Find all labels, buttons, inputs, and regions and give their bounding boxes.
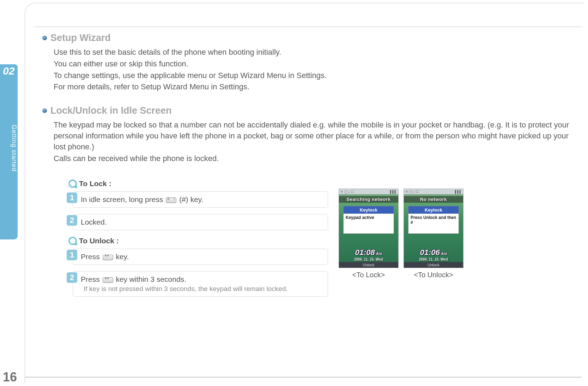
lock-unlock-body: The keypad may be locked so that a numbe… [54, 120, 577, 164]
step-text-post: key. [114, 253, 129, 261]
setup-wizard-line: For more details, refer to Setup Wizard … [54, 82, 577, 93]
phone-status-bar: ✕ ◯ ♪ ☐▌▌▌ [339, 189, 398, 195]
step-number: 1 [67, 192, 77, 203]
step-box: 1 Press key. [73, 249, 328, 265]
step-number: 2 [67, 215, 77, 226]
time-value: 01:06 [420, 248, 440, 257]
ring-icon [68, 179, 77, 188]
screen-caption: <To Unlock> [414, 271, 453, 279]
keylock-popup: Keylock Keypad active [343, 206, 394, 234]
bullet-icon [42, 108, 47, 113]
step-number: 1 [67, 250, 77, 260]
phone-time: 01:08Am [339, 248, 398, 257]
setup-wizard-body: Use this to set the basic details of the… [54, 47, 577, 93]
step-text: Locked. [81, 218, 107, 226]
to-unlock-heading: To Unlock : [68, 237, 328, 245]
step-text-post: key within 3 seconds. [114, 275, 186, 283]
lock-unlock-paragraph: Calls can be received while the phone is… [54, 153, 577, 164]
step-note: If key is not pressed within 3 seconds, … [84, 285, 323, 293]
page-number: 16 [3, 370, 17, 385]
setup-wizard-line: Use this to set the basic details of the… [54, 47, 577, 58]
phone-screenshot-unlock: ✕ ◯ ♪ ☐▌▌▌ No network Keylock Press Unlo… [404, 189, 463, 268]
screen-wrap-lock: ✕ ◯ ♪ ☐▌▌▌ Searching network Keylock Key… [339, 189, 399, 279]
ring-icon [68, 237, 77, 245]
section-title-text: Setup Wizard [50, 32, 111, 43]
to-lock-heading: To Lock : [68, 179, 328, 188]
dotted-divider [35, 26, 581, 27]
popup-body: Press Unlock and then # [408, 214, 459, 233]
section-title-lock-unlock: Lock/Unlock in Idle Screen [42, 105, 577, 116]
step-text-post: (#) key. [177, 195, 203, 203]
phone-softkey: Unlock [339, 262, 398, 268]
phone-banner: No network [404, 196, 463, 203]
step-box: 2 Locked. [73, 214, 328, 230]
lock-unlock-paragraph: The keypad may be locked so that a numbe… [54, 120, 577, 152]
sidebar-label: Getting started [0, 77, 18, 239]
sub-heading-text: To Unlock : [79, 237, 119, 245]
softkey-icon [103, 277, 113, 283]
chapter-number-tab: 02 [0, 64, 18, 78]
hash-key-icon [166, 197, 176, 203]
popup-title: Keylock [344, 206, 394, 214]
step-box: 2 Press key within 3 seconds. If key is … [73, 271, 328, 297]
keylock-popup: Keylock Press Unlock and then # [408, 206, 459, 234]
sub-heading-text: To Lock : [79, 179, 111, 188]
phone-softkey: Unlock [404, 262, 463, 268]
phone-date: 2006. 11. 15. Wed [339, 257, 398, 261]
time-ampm: Am [441, 251, 447, 256]
step-box: 1 In idle screen, long press (#) key. [73, 191, 328, 208]
setup-wizard-line: To change settings, use the applicable m… [54, 70, 577, 81]
step-text-pre: Press [81, 253, 102, 261]
section-title-setup-wizard: Setup Wizard [42, 32, 577, 43]
phone-banner: Searching network [339, 196, 398, 203]
popup-body: Keypad active [344, 214, 394, 233]
phone-time: 01:06Am [404, 248, 463, 257]
instructions-row: To Lock : 1 In idle screen, long press (… [67, 177, 577, 303]
phone-date: 2006. 11. 15. Wed [404, 257, 463, 261]
time-value: 01:08 [355, 248, 375, 257]
section-title-text: Lock/Unlock in Idle Screen [50, 105, 172, 116]
bullet-icon [42, 36, 47, 40]
bottom-rule [25, 377, 582, 378]
phone-screenshot-lock: ✕ ◯ ♪ ☐▌▌▌ Searching network Keylock Key… [339, 189, 399, 268]
step-number: 2 [67, 272, 77, 283]
screen-wrap-unlock: ✕ ◯ ♪ ☐▌▌▌ No network Keylock Press Unlo… [404, 189, 463, 279]
steps-column: To Lock : 1 In idle screen, long press (… [67, 177, 328, 303]
screens-column: ✕ ◯ ♪ ☐▌▌▌ Searching network Keylock Key… [339, 189, 463, 279]
step-text-pre: In idle screen, long press [81, 195, 165, 203]
main-content: Setup Wizard Use this to set the basic d… [42, 32, 577, 303]
popup-title: Keylock [408, 206, 459, 214]
softkey-icon [103, 255, 113, 260]
step-text-pre: Press [81, 275, 102, 283]
phone-status-bar: ✕ ◯ ♪ ☐▌▌▌ [404, 189, 463, 195]
setup-wizard-line: You can either use or skip this function… [54, 59, 577, 70]
time-ampm: Am [376, 251, 382, 256]
screen-caption: <To Lock> [352, 271, 385, 279]
